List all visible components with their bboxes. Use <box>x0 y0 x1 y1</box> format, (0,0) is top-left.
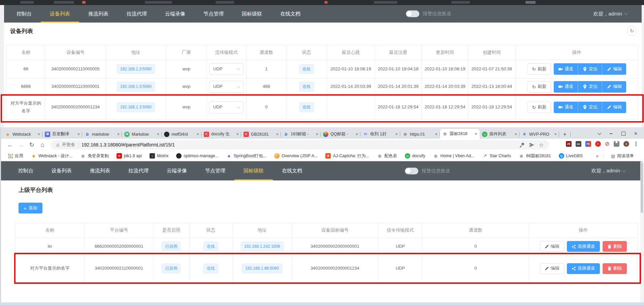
nav-item-gb-cascade[interactable]: 国标级联 <box>233 5 271 23</box>
extension-js-icon[interactable]: JS <box>566 141 572 147</box>
tab-close-icon[interactable]: × <box>435 132 438 137</box>
extension-fe-icon[interactable]: FE <box>585 141 591 147</box>
bookmark-item[interactable]: ☺docsify <box>402 153 428 159</box>
nav-item-gb-cascade[interactable]: 国标级联 <box>234 161 273 180</box>
tab-search-icon[interactable] <box>598 131 601 135</box>
browser-tab[interactable]: CGB28181× <box>241 130 281 139</box>
nav-item-node-manage[interactable]: 节点管理 <box>194 5 233 23</box>
apps-shortcut[interactable]: 应用 <box>5 153 26 159</box>
nav-item-device-list[interactable]: 设备列表 <box>41 5 79 23</box>
scrollbar-thumb[interactable] <box>641 162 643 213</box>
bookmark-item[interactable]: BAJ-Captcha: 行为... <box>323 153 372 159</box>
address-tag[interactable]: 192.168.1.66:5060 <box>242 264 282 273</box>
tab-close-icon[interactable]: × <box>316 132 318 137</box>
browser-menu-icon[interactable]: ⋮ <box>633 141 639 147</box>
omnibox[interactable]: ⚠ 不安全 192.168.1.3:18080/#/parentPlatform… <box>51 140 549 149</box>
browser-tab[interactable]: ♛WVP-PRO× <box>519 130 559 139</box>
nav-item-push-list[interactable]: 推流列表 <box>79 5 118 23</box>
locate-button[interactable]: 定位 <box>578 63 602 75</box>
edit-button[interactable]: 编辑 <box>602 81 626 93</box>
bookmark-item[interactable]: optimus-manage... <box>173 153 221 159</box>
maximize-icon[interactable] <box>621 132 625 136</box>
tab-close-icon[interactable]: × <box>157 132 159 137</box>
address-tag[interactable]: 192.168.1.242:1506 <box>241 242 284 251</box>
nav-item-node-manage[interactable]: 节点管理 <box>196 161 234 180</box>
stream-mode-select[interactable]: UDP <box>210 101 244 113</box>
alarm-toggle[interactable] <box>405 168 418 174</box>
nav-item-online-doc[interactable]: 在线文档 <box>273 161 311 180</box>
bookmark-item[interactable]: ◆SpringBoot打包... <box>224 153 269 159</box>
bookmark-item[interactable]: Overview (JSIP A... <box>271 153 320 159</box>
channel-button[interactable]: 通道 <box>554 63 578 75</box>
bookmark-item[interactable]: ⊕免登录复制 <box>77 153 111 159</box>
locate-button[interactable]: 定位 <box>578 102 602 113</box>
edit-button[interactable]: 编辑 <box>540 241 564 252</box>
edit-button[interactable]: 编辑 <box>602 102 626 113</box>
browser-tab[interactable]: MMarkdow× <box>122 130 162 139</box>
tab-close-icon[interactable]: × <box>117 132 120 137</box>
close-icon[interactable]: × <box>634 131 637 137</box>
browser-tab[interactable]: ☺插件列表× <box>480 130 519 139</box>
bookmark-item[interactable]: Ojdk1.8 api <box>114 153 145 159</box>
back-icon[interactable]: ← <box>5 141 15 148</box>
nav-item-cloud-record[interactable]: 云端录像 <box>158 161 196 180</box>
send-icon[interactable] <box>529 142 534 147</box>
page-refresh-button[interactable]: ↻ <box>627 26 637 36</box>
select-channel-button[interactable]: 选择通道 <box>567 241 600 252</box>
refresh-button[interactable]: ↻刷新 <box>527 102 551 113</box>
forward-icon[interactable]: → <box>15 141 26 148</box>
nav-item-pull-proxy[interactable]: 拉流代理 <box>119 161 158 180</box>
browser-tab[interactable]: b163邮箱 -× <box>281 130 321 139</box>
address-tag[interactable]: 192.168.1.3:5060 <box>117 102 155 112</box>
reading-list-button[interactable]: ▤阅读清单 <box>608 153 637 159</box>
new-tab-button[interactable]: + <box>559 130 571 139</box>
tab-close-icon[interactable]: × <box>37 132 40 137</box>
user-menu[interactable]: 欢迎，admin <box>593 11 627 17</box>
extensions-puzzle-icon[interactable] <box>614 141 619 147</box>
scrollbar[interactable] <box>640 162 643 302</box>
bookmark-item[interactable]: ↗Star Charts <box>480 153 514 159</box>
reload-icon[interactable]: ↻ <box>26 141 37 148</box>
tab-close-icon[interactable]: × <box>395 132 398 137</box>
stream-mode-select[interactable]: UDP <box>210 63 244 75</box>
nav-item-pull-proxy[interactable]: 拉流代理 <box>118 5 156 23</box>
locate-button[interactable]: 定位 <box>578 81 602 93</box>
tab-close-icon[interactable]: × <box>196 132 199 137</box>
tab-close-icon[interactable]: × <box>514 132 517 137</box>
browser-tab-active[interactable]: ⊕国标2818× <box>440 129 480 139</box>
nav-item-push-list[interactable]: 推流列表 <box>81 161 119 180</box>
extension-incognito-icon[interactable]: oo <box>576 141 581 147</box>
refresh-button[interactable]: ↻刷新 <box>527 63 551 75</box>
nav-item-online-doc[interactable]: 在线文档 <box>271 5 310 23</box>
tab-close-icon[interactable]: × <box>475 131 477 136</box>
stream-mode-select[interactable]: UDP <box>210 81 244 93</box>
browser-tab[interactable]: ✉收到 1封× <box>360 130 400 139</box>
bookmark-item[interactable]: ⊕66国标28181 <box>516 153 554 159</box>
nav-item-device-list[interactable]: 设备列表 <box>42 161 81 180</box>
bookmarks-overflow[interactable]: » <box>596 153 599 159</box>
browser-tab[interactable]: ⊕https://1× <box>400 130 440 139</box>
edit-button[interactable]: 编辑 <box>540 263 564 274</box>
browser-tab[interactable]: bmarkdow× <box>82 130 122 139</box>
refresh-button[interactable]: ↻刷新 <box>527 81 551 93</box>
nav-item-console[interactable]: 控制台 <box>9 161 42 180</box>
minimize-icon[interactable]: – <box>610 131 613 137</box>
browser-tab[interactable]: 译百度翻译× <box>42 130 82 139</box>
add-platform-button[interactable]: + 添加 <box>19 203 42 213</box>
avatar[interactable]: I <box>623 141 629 147</box>
channel-button[interactable]: 通道 <box>554 102 578 113</box>
address-tag[interactable]: 192.168.1.3:5060 <box>117 82 155 91</box>
bookmark-item[interactable]: ⊕Home | Vben Ad... <box>430 153 477 159</box>
address-tag[interactable]: 192.168.1.3:5060 <box>117 64 155 74</box>
nav-item-console[interactable]: 控制台 <box>7 5 41 23</box>
tab-close-icon[interactable]: × <box>77 132 80 137</box>
tab-close-icon[interactable]: × <box>236 132 239 137</box>
nav-item-cloud-record[interactable]: 云端录像 <box>156 5 194 23</box>
tab-close-icon[interactable]: × <box>554 132 557 137</box>
browser-tab[interactable]: QQ邮箱 -× <box>321 130 360 139</box>
bookmark-item[interactable]: ↓Motrix <box>147 153 171 159</box>
delete-button[interactable]: 删除 <box>603 263 627 274</box>
channel-button[interactable]: 通道 <box>554 81 578 93</box>
user-menu[interactable]: 欢迎，admin <box>591 168 625 174</box>
tab-close-icon[interactable]: × <box>276 132 279 137</box>
